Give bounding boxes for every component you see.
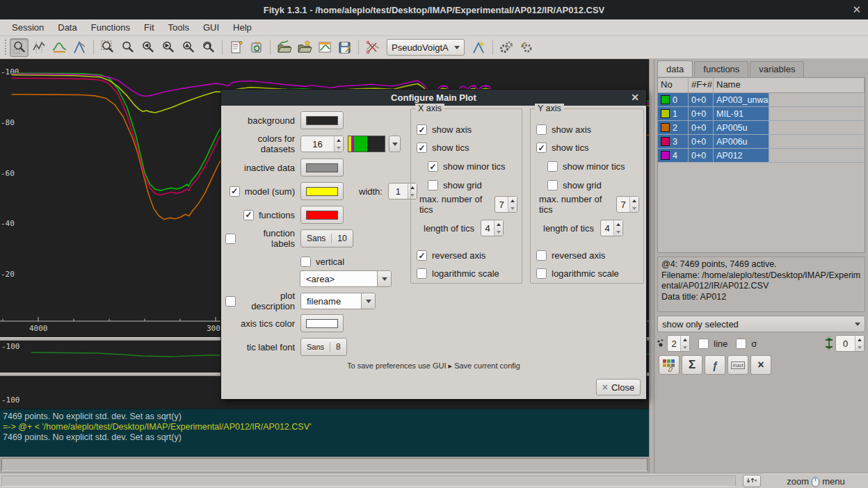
save-session-button[interactable] [335,38,354,57]
spin-down-icon[interactable] [681,343,689,351]
tic-font-button[interactable]: Sans 8 [300,338,347,356]
y-axis-show-grid-checkbox[interactable] [547,180,558,190]
inactive-data-button[interactable]: Inact [728,355,748,375]
dialog-close-button[interactable]: × Close [596,379,641,396]
column-header-no[interactable]: No [658,78,689,92]
filter-select[interactable]: show only selected [657,316,865,332]
tab-functions[interactable]: functions [694,61,748,77]
dataset-color-swatch[interactable] [661,151,670,160]
activate-peak-mode-button[interactable] [70,38,89,57]
dataset-color-swatch[interactable] [661,95,670,104]
spin-down-icon[interactable] [335,144,343,152]
export-image-button[interactable] [315,38,334,57]
label-text-select[interactable]: <area> [300,270,392,287]
zoom-previous-button[interactable] [199,38,218,57]
model-checkbox[interactable] [230,186,240,197]
add-function-button[interactable] [469,38,488,57]
table-row[interactable]: 4 0+0 AP012 [658,149,865,163]
line-checkbox[interactable] [698,339,709,349]
x-axis-tic-length-spinner[interactable]: 4 [481,220,504,236]
sigma-checkbox[interactable] [736,339,746,349]
x-axis-show-tics-checkbox[interactable] [417,143,427,153]
reload-session-button[interactable] [247,38,266,57]
peak-type-select[interactable]: PseudoVoigtA [387,39,465,56]
spin-down-icon[interactable] [495,228,503,236]
spin-up-icon[interactable] [630,197,638,204]
data-range-mode-button[interactable] [30,38,49,57]
spin-up-icon[interactable] [855,336,864,343]
zoom-right-button[interactable] [159,38,177,57]
x-axis-show-grid-checkbox[interactable] [428,180,438,190]
y-axis-tic-length-spinner[interactable]: 4 [600,220,623,236]
command-input[interactable] [1,458,648,471]
y-axis-max-tics-spinner[interactable]: 7 [616,196,639,213]
spin-down-icon[interactable] [508,204,517,212]
dataset-color-swatch[interactable] [661,109,670,118]
data-editor-button[interactable] [659,355,680,375]
table-row[interactable]: 1 0+0 MIL-91 [658,107,865,121]
column-header-name[interactable]: Name [714,78,865,92]
vertical-splitter[interactable] [649,59,654,473]
x-axis-max-tics-spinner[interactable]: 7 [495,196,517,213]
mouse-hints-button[interactable] [743,475,761,487]
description-select[interactable]: filename [300,293,376,309]
functions-color-button[interactable] [300,206,344,224]
dataset-count-spinner[interactable]: 16 [300,136,344,152]
zoom-vertical-button[interactable] [179,38,198,57]
menu-item-help[interactable]: Help [227,20,258,35]
vertical-checkbox[interactable] [300,257,311,267]
strip-background-button[interactable] [363,38,382,57]
function-labels-checkbox[interactable] [225,234,236,244]
y-axis-log-scale-checkbox[interactable] [536,268,547,279]
menu-item-tools[interactable]: Tools [162,20,195,35]
functions-checkbox[interactable] [243,210,254,220]
model-color-button[interactable] [300,182,344,200]
open-data-button[interactable] [295,38,314,57]
spin-up-icon[interactable] [495,220,503,228]
zoom-selected-button[interactable] [118,38,137,57]
spin-down-icon[interactable] [614,228,622,236]
table-row[interactable]: 0 0+0 AP003_unwa... [658,93,865,107]
background-color-button[interactable] [300,111,344,129]
y-axis-show-axis-checkbox[interactable] [536,124,547,135]
x-axis-show-axis-checkbox[interactable] [417,124,427,135]
y-axis-show-tics-checkbox[interactable] [536,143,547,153]
delete-button[interactable]: × [750,355,771,375]
menu-item-data[interactable]: Data [51,20,83,35]
inactive-color-button[interactable] [300,158,344,177]
spin-up-icon[interactable] [335,136,343,144]
tab-variables[interactable]: variables [750,61,804,77]
table-row[interactable]: 2 0+0 AP005u [658,121,865,135]
menu-item-session[interactable]: Session [6,20,50,35]
column-header-functions[interactable]: #F+# [689,78,714,92]
spin-down-icon[interactable] [630,204,638,212]
spin-up-icon[interactable] [681,336,689,343]
zoom-mode-button[interactable] [10,38,29,57]
undo-fit-button[interactable] [517,38,536,57]
spin-up-icon[interactable] [508,197,517,204]
plot-description-checkbox[interactable] [225,296,236,307]
zoom-all-button[interactable] [98,38,117,57]
table-row[interactable]: 3 0+0 AP006u [658,135,865,149]
tics-color-button[interactable] [300,314,344,332]
menu-item-fit[interactable]: Fit [138,20,160,35]
add-peak-mode-button[interactable] [50,38,69,57]
spin-up-icon[interactable] [614,220,622,228]
log-script-button[interactable] [227,38,246,57]
label-font-button[interactable]: Sans 10 [300,229,353,247]
shift-spinner[interactable]: 0 [835,335,865,352]
sum-button[interactable]: Σ [682,355,702,375]
open-session-button[interactable] [275,38,294,57]
menu-item-functions[interactable]: Functions [85,20,136,35]
x-axis-log-scale-checkbox[interactable] [417,268,427,279]
point-size-spinner[interactable]: 2 [667,335,690,352]
functions-button[interactable]: ƒ [705,355,725,375]
menu-item-gui[interactable]: GUI [197,20,225,35]
dialog-close-icon[interactable]: ✕ [631,92,639,103]
run-fit-button[interactable] [497,38,516,57]
window-close-icon[interactable]: ✕ [852,3,861,16]
spin-down-icon[interactable] [855,343,864,351]
x-axis-reversed-checkbox[interactable] [417,250,427,261]
y-axis-reversed-checkbox[interactable] [536,250,547,261]
dataset-color-swatch[interactable] [661,137,670,146]
